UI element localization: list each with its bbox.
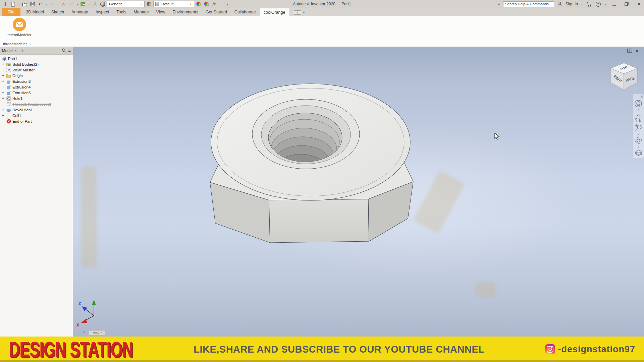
update-dropdown-icon[interactable]: ▾ <box>76 3 79 6</box>
tree-item-coil1[interactable]: + Coil1 <box>0 113 73 118</box>
tab-collaborate[interactable]: Collaborate <box>231 8 260 16</box>
tab-inspect[interactable]: Inspect <box>92 8 113 16</box>
split-view-icon[interactable] <box>627 48 632 54</box>
orbit-dropdown-icon[interactable]: ▾ <box>638 146 639 148</box>
sign-in-label[interactable]: Sign In <box>566 2 578 6</box>
redo-dropdown-icon[interactable]: ▾ <box>56 3 59 6</box>
look-at-icon[interactable] <box>634 149 643 156</box>
threadmodeler-tool-button[interactable]: threadModeler <box>5 18 34 37</box>
ribbon-collapse-button[interactable]: ▲ ▾ <box>294 10 305 15</box>
user-icon[interactable] <box>92 1 98 7</box>
new-dropdown-icon[interactable]: ▾ <box>17 3 20 6</box>
hex-nut-model[interactable] <box>208 81 416 250</box>
new-document-icon[interactable] <box>10 1 16 7</box>
tab-3d-model[interactable]: 3D Model <box>22 8 48 16</box>
browser-menu-icon[interactable]: ≡ <box>68 48 71 53</box>
quick-access-toolbar: I ▾ ↶▾ ↷▾ ⌂ ▾ ▾ Generic ▾ Default ▾ + × … <box>0 1 229 7</box>
ribbon-tab-row: File 3D Model Sketch Annotate Inspect To… <box>0 8 644 16</box>
minimize-button[interactable] <box>609 0 619 8</box>
document-tab-close-icon[interactable]: × <box>101 331 102 335</box>
document-tab-label: Part1 <box>92 331 99 335</box>
orbit-icon[interactable] <box>634 136 643 145</box>
tree-item-origin[interactable]: + Origin <box>0 73 73 78</box>
search-input[interactable] <box>503 1 554 7</box>
help-icon[interactable]: ? <box>595 1 601 7</box>
clear-appearance-icon[interactable]: × <box>203 1 210 7</box>
tab-manage[interactable]: Manage <box>130 8 152 16</box>
sign-in-person-icon[interactable] <box>556 1 563 7</box>
browser-tab-model[interactable]: Model <box>2 49 12 53</box>
solid-bodies-folder-icon <box>6 62 11 67</box>
cart-icon[interactable] <box>586 1 592 7</box>
browser-search-icon[interactable] <box>62 48 66 53</box>
close-button[interactable]: × <box>634 0 644 8</box>
expand-icon[interactable]: + <box>2 80 5 83</box>
restore-button[interactable] <box>622 0 632 8</box>
tab-environments[interactable]: Environments <box>169 8 202 16</box>
browser-add-tab-icon[interactable]: + <box>21 48 23 53</box>
undo-icon[interactable]: ↶ <box>37 1 44 7</box>
appearance-select[interactable]: Default ▾ <box>153 1 194 7</box>
tree-item-revolution1[interactable]: + Revolution1 <box>0 107 73 113</box>
tree-item-extrusion5[interactable]: + Extrusion5 <box>0 90 73 96</box>
viewport-canvas[interactable]: × TOP RIGHT BACK ⊗ ▾ ▾ ▾ Z X ⌃ <box>73 47 644 337</box>
tree-item-part1[interactable]: Part1 <box>0 56 73 61</box>
pan-icon[interactable] <box>634 114 642 122</box>
expand-icon[interactable]: + <box>2 63 5 66</box>
appearance-wheel-icon[interactable] <box>146 1 152 7</box>
parameters-fx-icon[interactable]: fx <box>211 1 217 7</box>
update-icon[interactable] <box>68 1 75 7</box>
expand-icon[interactable]: + <box>2 97 5 100</box>
tree-item-extrusion4[interactable]: + Extrusion4 <box>0 84 73 90</box>
expand-icon[interactable]: + <box>2 91 5 94</box>
navbar-close-icon[interactable]: ⊗ <box>640 95 643 98</box>
tree-item-extrusion3[interactable]: + Extrusion3 <box>0 78 73 84</box>
tree-item-solid-bodies[interactable]: + Solid Bodies(2) <box>0 61 73 67</box>
zoom-dropdown-icon[interactable]: ▾ <box>638 133 639 135</box>
select-icon[interactable] <box>80 1 87 7</box>
expand-dock-icon[interactable]: ⌃ <box>83 331 86 335</box>
open-icon[interactable] <box>21 1 28 7</box>
sign-in-dropdown-icon[interactable]: ▾ <box>580 3 583 6</box>
tab-annotate[interactable]: Annotate <box>68 8 92 16</box>
select-dropdown-icon[interactable]: ▾ <box>88 3 91 6</box>
tab-view[interactable]: View <box>153 8 169 16</box>
search-expand-icon[interactable]: ▸ <box>498 2 501 6</box>
help-dropdown-icon[interactable]: ▾ <box>604 3 607 6</box>
undo-dropdown-icon[interactable]: ▾ <box>45 3 48 6</box>
tab-tools[interactable]: Tools <box>113 8 130 16</box>
tree-item-end-of-part[interactable]: End of Part <box>0 118 73 124</box>
expand-icon[interactable]: + <box>2 108 5 111</box>
tree-item-thread1[interactable]: Thread1 (Suppressed) <box>0 101 73 107</box>
close-document-icon[interactable]: × <box>636 49 639 53</box>
expand-icon[interactable]: + <box>2 85 5 88</box>
redo-icon[interactable]: ↷ <box>49 1 55 7</box>
qat-dropdown-icon[interactable]: ▾ <box>226 3 229 6</box>
expand-icon[interactable]: + <box>2 68 5 71</box>
navigation-bar: ⊗ ▾ ▾ ▾ <box>633 94 644 158</box>
browser-tab-close-icon[interactable]: × <box>14 48 17 53</box>
wheel-dropdown-icon[interactable]: ▾ <box>638 109 639 111</box>
navigation-wheel-icon[interactable] <box>634 100 642 108</box>
tab-sketch[interactable]: Sketch <box>48 8 68 16</box>
expand-icon[interactable]: + <box>2 74 5 77</box>
tab-coolorange[interactable]: coolOrange <box>260 8 289 16</box>
ribbon-panel-footer[interactable]: threadModeler ▾ <box>3 42 32 46</box>
expand-icon[interactable]: + <box>2 114 5 117</box>
document-tab[interactable]: Part1 × <box>89 330 105 335</box>
save-icon[interactable] <box>29 1 36 7</box>
tree-item-view-master[interactable]: + View: Master <box>0 67 73 73</box>
tab-get-started[interactable]: Get Started <box>202 8 231 16</box>
home-icon[interactable]: ⌂ <box>60 1 67 7</box>
browser-header: Model × + ≡ <box>0 47 73 55</box>
view-cube[interactable]: TOP RIGHT BACK <box>608 60 640 94</box>
material-icon[interactable] <box>99 1 106 7</box>
tab-file[interactable]: File <box>2 8 20 16</box>
ribbon-panel: threadModeler threadModeler ▾ <box>0 16 644 47</box>
zoom-icon[interactable] <box>634 124 643 132</box>
tree-item-hole1[interactable]: + Hole1 <box>0 96 73 101</box>
add-qat-icon[interactable]: ＋ <box>218 1 225 7</box>
tree-item-label: Hole1 <box>12 97 22 101</box>
material-select[interactable]: Generic ▾ <box>107 1 145 7</box>
adjust-appearance-icon[interactable]: + <box>195 1 202 7</box>
